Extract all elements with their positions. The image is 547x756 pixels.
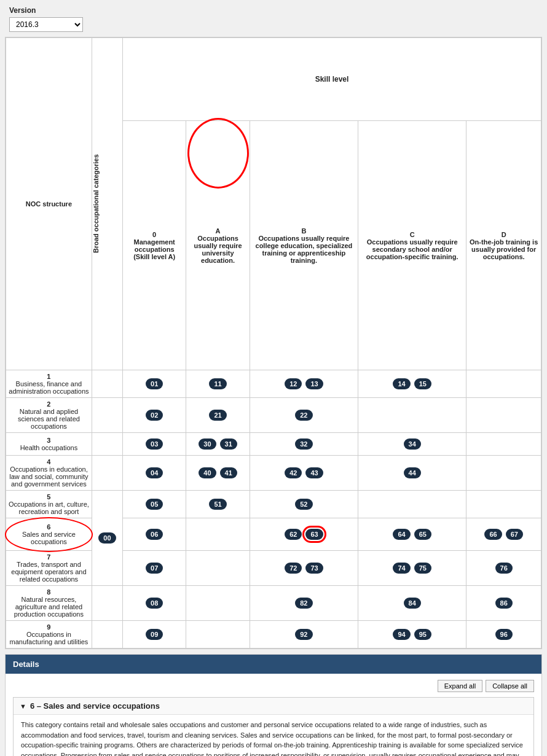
cell-b-9: 92 — [250, 621, 358, 649]
cell-a-8 — [186, 586, 250, 621]
badge-74[interactable]: 74 — [393, 563, 410, 574]
cell-00-empty-1 — [92, 398, 122, 433]
badge-21[interactable]: 21 — [209, 410, 226, 421]
cell-d-7: 76 — [466, 551, 541, 586]
cell-a-6 — [186, 518, 250, 551]
badge-84[interactable]: 84 — [404, 598, 421, 609]
table-row: 7Trades, transport and equipment operato… — [6, 551, 541, 586]
cell-b-8: 82 — [250, 586, 358, 621]
cell-c-3: 34 — [358, 433, 466, 456]
badge-34[interactable]: 34 — [404, 438, 421, 450]
badge-96[interactable]: 96 — [495, 629, 513, 640]
cell-c-5 — [358, 491, 466, 518]
badge-04[interactable]: 04 — [146, 467, 163, 478]
cell-a-9 — [186, 621, 250, 649]
expand-all-button[interactable]: Expand all — [438, 680, 482, 692]
collapse-all-button[interactable]: Collapse all — [486, 680, 534, 692]
cell-a-3: 30 31 — [186, 433, 250, 456]
badge-03[interactable]: 03 — [146, 438, 163, 450]
cell-b-1: 12 13 — [250, 370, 358, 398]
row-label-4: 4Occupations in education, law and socia… — [6, 456, 92, 491]
badge-72[interactable]: 72 — [285, 563, 302, 574]
badge-40[interactable]: 40 — [199, 467, 216, 478]
table-row: 9Occupations in manufacturing and utilit… — [6, 621, 541, 649]
details-body: Expand all Collapse all ▼ 6 – Sales and … — [6, 674, 541, 756]
badge-32[interactable]: 32 — [295, 438, 312, 450]
badge-82[interactable]: 82 — [295, 598, 312, 609]
badge-95[interactable]: 95 — [414, 629, 431, 640]
badge-22[interactable]: 22 — [295, 410, 312, 421]
cell-c-9: 94 95 — [358, 621, 466, 649]
badge-05[interactable]: 05 — [146, 499, 163, 510]
cell-b-7: 72 73 — [250, 551, 358, 586]
badge-43[interactable]: 43 — [305, 467, 323, 478]
badge-94[interactable]: 94 — [393, 629, 410, 640]
cell-0-4: 04 — [123, 456, 186, 491]
badge-42[interactable]: 42 — [285, 467, 302, 478]
badge-63[interactable]: 63 — [305, 529, 323, 540]
cell-b-6: 62 63 — [250, 518, 358, 551]
cell-d-9: 96 — [466, 621, 541, 649]
expand-collapse-row: Expand all Collapse all — [13, 680, 534, 692]
badge-73[interactable]: 73 — [305, 563, 323, 574]
badge-86[interactable]: 86 — [495, 598, 513, 609]
cell-00-special: 00 — [92, 491, 122, 586]
badge-30[interactable]: 30 — [199, 438, 216, 450]
cell-d-6: 66 67 — [466, 518, 541, 551]
badge-52[interactable]: 52 — [295, 499, 312, 510]
cell-a-7 — [186, 551, 250, 586]
badge-06[interactable]: 06 — [146, 529, 163, 540]
badge-12[interactable]: 12 — [285, 378, 302, 389]
badge-31[interactable]: 31 — [220, 438, 237, 450]
badge-14[interactable]: 14 — [393, 378, 410, 389]
cell-a-5: 51 — [186, 491, 250, 518]
cell-0-3: 03 — [123, 433, 186, 456]
badge-11[interactable]: 11 — [209, 378, 226, 389]
col-d-header: DOn-the-job training is usually provided… — [466, 121, 541, 370]
badge-02[interactable]: 02 — [146, 410, 163, 421]
badge-13[interactable]: 13 — [305, 378, 323, 389]
row-label-8: 8Natural resources, agriculture and rela… — [6, 586, 92, 621]
badge-01[interactable]: 01 — [146, 378, 163, 389]
cell-0-5: 05 — [123, 491, 186, 518]
table-row: 4Occupations in education, law and socia… — [6, 456, 541, 491]
badge-07[interactable]: 07 — [146, 563, 163, 574]
badge-09[interactable]: 09 — [146, 629, 163, 640]
badge-41[interactable]: 41 — [220, 467, 237, 478]
details-section: Details Expand all Collapse all ▼ 6 – Sa… — [5, 654, 542, 756]
cell-b-2: 22 — [250, 398, 358, 433]
badge-66[interactable]: 66 — [484, 529, 502, 540]
table-row: 8Natural resources, agriculture and rela… — [6, 586, 541, 621]
badge-00[interactable]: 00 — [98, 532, 116, 544]
badge-75[interactable]: 75 — [414, 563, 431, 574]
cell-a-2: 21 — [186, 398, 250, 433]
main-tree-body: This category contains retail and wholes… — [14, 714, 533, 756]
badge-44[interactable]: 44 — [404, 467, 421, 478]
badge-67[interactable]: 67 — [506, 529, 523, 540]
cell-c-8: 84 — [358, 586, 466, 621]
cell-00-empty-3 — [92, 456, 122, 491]
row-label-7: 7Trades, transport and equipment operato… — [6, 551, 92, 586]
cell-c-1: 14 15 — [358, 370, 466, 398]
badge-15[interactable]: 15 — [414, 378, 431, 389]
table-row: 1Business, finance and administration oc… — [6, 370, 541, 398]
table-row: 5Occupations in art, culture, recreation… — [6, 491, 541, 518]
badge-51[interactable]: 51 — [209, 499, 226, 510]
version-select[interactable]: 2016.3 — [9, 17, 83, 32]
cell-a-1: 11 — [186, 370, 250, 398]
row-label-5: 5Occupations in art, culture, recreation… — [6, 491, 92, 518]
main-tree-item-header[interactable]: ▼ 6 – Sales and service occupations — [14, 698, 533, 714]
badge-65[interactable]: 65 — [414, 529, 431, 540]
badge-76[interactable]: 76 — [495, 563, 513, 574]
skill-level-header: Skill level — [123, 38, 541, 121]
badge-64[interactable]: 64 — [393, 529, 410, 540]
cell-c-6: 64 65 — [358, 518, 466, 551]
cell-0-6: 06 — [123, 518, 186, 551]
cell-00-empty-8 — [92, 621, 122, 649]
noc-header: NOC structure — [6, 38, 92, 370]
cell-00-empty-7 — [92, 586, 122, 621]
version-label: Version — [9, 6, 538, 15]
badge-08[interactable]: 08 — [146, 598, 163, 609]
badge-62[interactable]: 62 — [285, 529, 302, 540]
badge-92[interactable]: 92 — [295, 629, 312, 640]
